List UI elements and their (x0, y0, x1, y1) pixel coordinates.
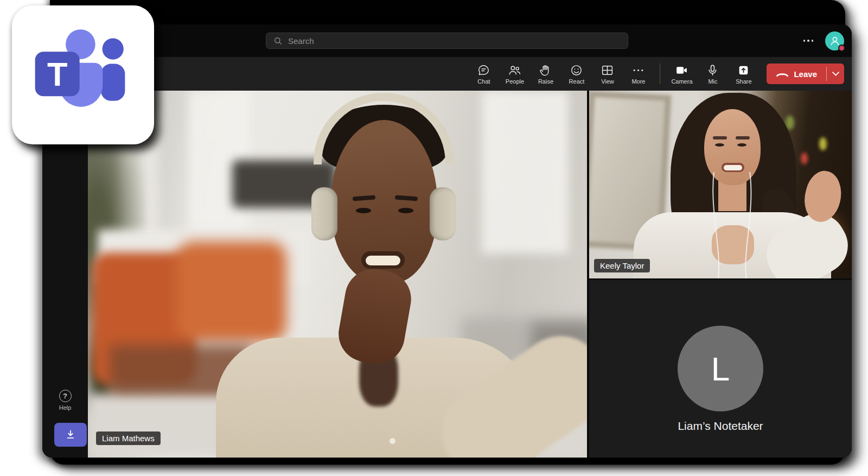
leave-button[interactable]: Leave (767, 64, 826, 84)
avatar-initial-letter: L (711, 350, 730, 388)
help-icon: ? (59, 390, 72, 402)
share-button[interactable]: Share (728, 64, 759, 85)
earphone-wire (589, 91, 850, 278)
name-label-pip: Keely Taylor (594, 259, 650, 272)
more-button[interactable]: More (623, 64, 654, 85)
download-icon (64, 428, 77, 441)
mic-icon (706, 64, 719, 77)
people-icon (508, 64, 521, 77)
chat-icon (477, 64, 490, 77)
more-options-icon[interactable] (802, 36, 815, 45)
page-background: ? Help (0, 0, 868, 476)
avatar-initial-circle: L (678, 326, 763, 411)
share-icon (737, 64, 750, 77)
search-box[interactable] (266, 33, 628, 49)
raise-hand-button[interactable]: Raise (530, 64, 561, 85)
notetaker-name: Liam’s Notetaker (678, 420, 763, 433)
react-smiley-icon (570, 64, 583, 77)
name-label-main: Liam Mathews (96, 431, 161, 445)
avatar[interactable] (825, 31, 844, 50)
leave-options-button[interactable] (827, 64, 844, 84)
teams-logo-icon: T (28, 24, 139, 126)
teams-logo-letter: T (47, 56, 67, 93)
presence-busy-dot (838, 45, 845, 52)
hangup-icon (776, 71, 789, 77)
titlebar (42, 24, 852, 57)
react-button[interactable]: React (561, 64, 592, 85)
raise-hand-icon (539, 64, 552, 77)
main-video-liam-mathews[interactable]: Liam Mathews (88, 91, 587, 458)
mic-button[interactable]: Mic (697, 64, 728, 85)
camera-button[interactable]: Camera (666, 64, 697, 85)
video-stage: Liam Mathews (88, 91, 852, 458)
chevron-down-icon (832, 72, 839, 76)
view-button[interactable]: View (592, 64, 623, 85)
sidebar-item-help[interactable]: ? Help (42, 390, 88, 411)
people-button[interactable]: People (499, 64, 530, 85)
video-keely-taylor[interactable]: Keely Taylor (589, 91, 852, 278)
help-label: Help (59, 404, 72, 411)
more-ellipsis-icon (631, 64, 645, 77)
search-icon (273, 36, 283, 46)
tile-liams-notetaker[interactable]: L Liam’s Notetaker (589, 280, 852, 458)
teams-logo-card: T (12, 5, 154, 144)
download-button[interactable] (54, 423, 87, 447)
search-input[interactable] (288, 36, 621, 46)
meeting-toolbar: Chat People (88, 57, 852, 91)
toolbar-divider (660, 64, 660, 84)
chat-button[interactable]: Chat (468, 64, 499, 85)
view-grid-icon (601, 64, 614, 77)
camera-icon (675, 64, 688, 77)
titlebar-right (802, 24, 845, 57)
leave-split-button[interactable]: Leave (767, 64, 844, 84)
teams-meeting-window: ? Help (42, 24, 852, 458)
